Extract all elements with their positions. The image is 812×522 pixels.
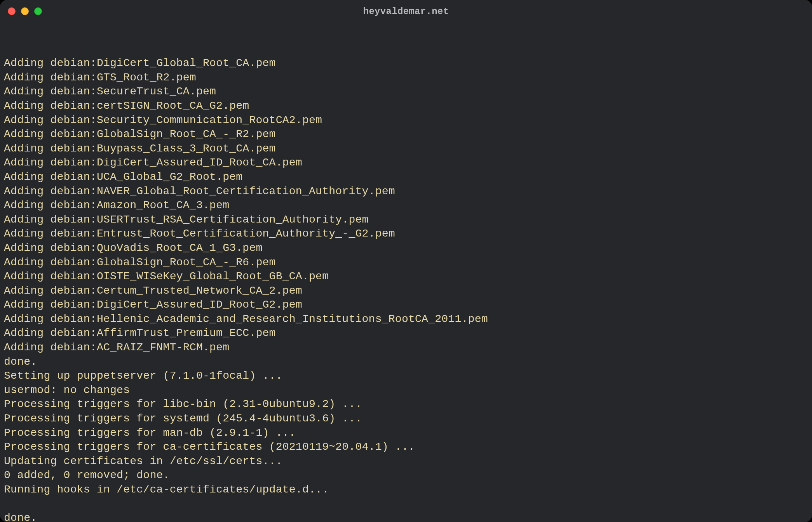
output-line: Adding debian:GlobalSign_Root_CA_-_R6.pe… (4, 256, 808, 270)
output-line: Adding debian:UCA_Global_G2_Root.pem (4, 170, 808, 184)
minimize-icon[interactable] (21, 7, 29, 15)
close-icon[interactable] (8, 7, 16, 15)
titlebar[interactable]: heyvaldemar.net (0, 0, 812, 23)
output-line: Adding debian:Security_Communication_Roo… (4, 113, 808, 128)
output-line: Processing triggers for man-db (2.9.1-1)… (4, 426, 808, 440)
window-title: heyvaldemar.net (0, 6, 812, 17)
traffic-lights (8, 7, 42, 15)
output-line: done. (4, 355, 808, 369)
terminal-window: heyvaldemar.net Adding debian:DigiCert_G… (0, 0, 812, 522)
zoom-icon[interactable] (34, 7, 42, 15)
output-line: Adding debian:SecureTrust_CA.pem (4, 85, 808, 99)
terminal-body[interactable]: Adding debian:DigiCert_Global_Root_CA.pe… (0, 23, 812, 522)
output-line: Updating certificates in /etc/ssl/certs.… (4, 454, 808, 469)
output-line: Adding debian:certSIGN_Root_CA_G2.pem (4, 99, 808, 113)
output-line: Adding debian:OISTE_WISeKey_Global_Root_… (4, 270, 808, 284)
output-line: Adding debian:GlobalSign_Root_CA_-_R2.pe… (4, 127, 808, 142)
output-line (4, 497, 808, 512)
output-line: Processing triggers for ca-certificates … (4, 440, 808, 454)
output-line: Adding debian:QuoVadis_Root_CA_1_G3.pem (4, 241, 808, 256)
output-line: Adding debian:DigiCert_Assured_ID_Root_G… (4, 298, 808, 312)
output-line: Adding debian:USERTrust_RSA_Certificatio… (4, 213, 808, 227)
output-line: Adding debian:Hellenic_Academic_and_Rese… (4, 312, 808, 327)
output-line: done. (4, 511, 808, 522)
output-line: Adding debian:Buypass_Class_3_Root_CA.pe… (4, 142, 808, 156)
output-line: Adding debian:AC_RAIZ_FNMT-RCM.pem (4, 341, 808, 355)
output-line: Processing triggers for systemd (245.4-4… (4, 412, 808, 426)
output-line: Adding debian:GTS_Root_R2.pem (4, 71, 808, 85)
output-line: Setting up puppetserver (7.1.0-1focal) .… (4, 369, 808, 383)
output-line: usermod: no changes (4, 383, 808, 398)
output-line: Adding debian:Entrust_Root_Certification… (4, 227, 808, 241)
output-line: Adding debian:Certum_Trusted_Network_CA_… (4, 284, 808, 298)
output-line: 0 added, 0 removed; done. (4, 468, 808, 483)
output-line: Running hooks in /etc/ca-certificates/up… (4, 483, 808, 497)
output-line: Adding debian:DigiCert_Global_Root_CA.pe… (4, 56, 808, 71)
terminal-output: Adding debian:DigiCert_Global_Root_CA.pe… (4, 56, 808, 522)
output-line: Adding debian:DigiCert_Assured_ID_Root_C… (4, 156, 808, 170)
output-line: Adding debian:AffirmTrust_Premium_ECC.pe… (4, 326, 808, 341)
output-line: Processing triggers for libc-bin (2.31-0… (4, 397, 808, 412)
output-line: Adding debian:Amazon_Root_CA_3.pem (4, 198, 808, 213)
output-line: Adding debian:NAVER_Global_Root_Certific… (4, 184, 808, 199)
